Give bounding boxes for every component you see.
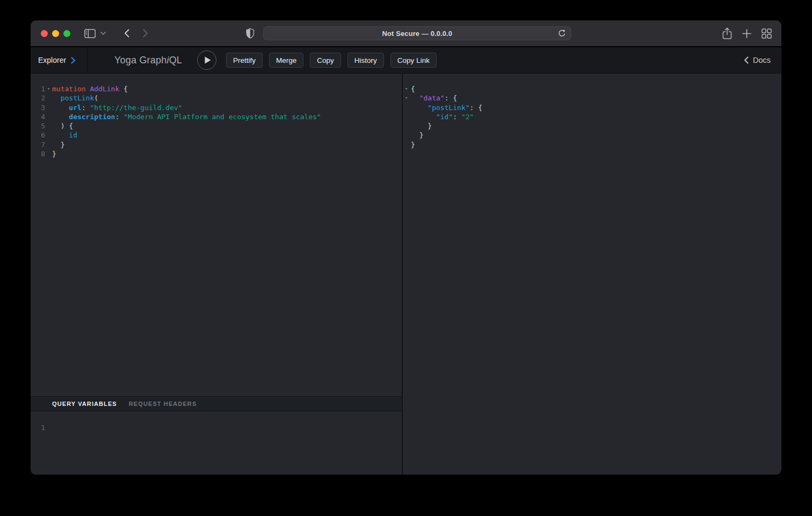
- graphiql-content: 1▾mutation AddLink {2 postLink(3 url: "h…: [31, 74, 781, 475]
- toolbar-button-merge[interactable]: Merge: [269, 53, 303, 68]
- token-punct: (: [94, 94, 98, 102]
- tab-request-headers[interactable]: REQUEST HEADERS: [129, 401, 197, 407]
- reload-button[interactable]: [558, 30, 566, 38]
- code-text: }: [411, 130, 423, 140]
- zoom-window-button[interactable]: [63, 30, 70, 37]
- address-bar[interactable]: Not Secure — 0.0.0.0: [263, 26, 571, 40]
- code-line: ▾ "data": {: [403, 93, 781, 103]
- token-def: "data": [419, 94, 445, 102]
- line-number: 8: [31, 149, 45, 158]
- fold-arrow-icon[interactable]: ▾: [403, 93, 411, 103]
- privacy-report-button[interactable]: [246, 28, 255, 39]
- line-number: 2: [31, 93, 45, 103]
- sidebar-icon: [84, 29, 96, 38]
- fold-arrow-icon[interactable]: ▾: [403, 84, 411, 93]
- toolbar-button-copy[interactable]: Copy: [310, 53, 341, 68]
- fold-gutter-spacer: [45, 149, 52, 158]
- new-tab-button[interactable]: [742, 29, 751, 38]
- sidebar-toggle-button[interactable]: [84, 29, 96, 38]
- token-attribute: url: [69, 104, 81, 112]
- code-line: 7 }: [31, 140, 402, 149]
- code-text: "postLink": {: [411, 103, 482, 112]
- token-punct: : {: [445, 94, 457, 102]
- code-line: "id": "2": [403, 112, 781, 121]
- code-text: }: [52, 149, 56, 158]
- tab-overview-button[interactable]: [762, 28, 772, 39]
- code-line: ▾{: [403, 84, 781, 93]
- titlebar-right-actions: [722, 20, 772, 46]
- fold-gutter-spacer: [403, 103, 411, 112]
- code-text: }: [411, 140, 415, 149]
- code-text: "data": {: [411, 93, 457, 103]
- explorer-toggle[interactable]: Explorer: [31, 47, 88, 73]
- fold-arrow-icon[interactable]: ▾: [45, 84, 52, 93]
- code-line: 1: [31, 423, 402, 432]
- code-line: 6 id: [31, 130, 402, 140]
- docs-toggle[interactable]: Docs: [744, 56, 771, 64]
- share-button[interactable]: [722, 27, 732, 39]
- plus-icon: [742, 29, 751, 38]
- code-line: 8}: [31, 149, 402, 158]
- toolbar-button-prettify[interactable]: Prettify: [226, 53, 263, 68]
- explorer-label: Explorer: [38, 56, 66, 64]
- fold-gutter-spacer: [45, 140, 52, 149]
- line-number: 7: [31, 140, 45, 149]
- query-editor[interactable]: 1▾mutation AddLink {2 postLink(3 url: "h…: [31, 74, 402, 396]
- token-punct: }: [52, 150, 56, 158]
- execute-query-button[interactable]: [197, 50, 216, 70]
- code-line: 1▾mutation AddLink {: [31, 84, 402, 93]
- fold-gutter-spacer: [45, 112, 52, 121]
- token-string: "http://the-guild.dev": [90, 104, 182, 112]
- code-text: id: [52, 130, 77, 140]
- chevron-right-icon: [143, 29, 148, 38]
- close-window-button[interactable]: [41, 30, 48, 37]
- safari-window: Not Secure — 0.0.0.0: [31, 20, 781, 475]
- minimize-window-button[interactable]: [52, 30, 59, 37]
- toolbar-button-history[interactable]: History: [347, 53, 384, 68]
- code-line: 4 description: "Modern API Platform and …: [31, 112, 402, 121]
- toolbar-button-row: PrettifyMergeCopyHistoryCopy Link: [226, 53, 437, 68]
- graphiql-toolbar: Explorer Yoga GraphiQL PrettifyMergeCopy…: [31, 47, 781, 74]
- line-number: 1: [31, 84, 45, 93]
- line-number: 5: [31, 121, 45, 130]
- chevron-left-icon: [744, 56, 749, 64]
- token-property: postLink: [61, 94, 95, 102]
- code-text: description: "Modern API Platform and ec…: [52, 112, 321, 121]
- token-attribute: description: [69, 113, 115, 121]
- response-viewer: ▾{▾ "data": { "postLink": { "id": "2" } …: [403, 74, 781, 475]
- play-icon: [205, 56, 211, 64]
- app-logo: Yoga GraphiQL: [114, 55, 182, 66]
- query-variables-editor[interactable]: 1: [31, 411, 402, 475]
- sidebar-menu-chevron[interactable]: [100, 32, 106, 35]
- toolbar-button-copy-link[interactable]: Copy Link: [390, 53, 437, 68]
- token-punct: }: [52, 141, 64, 149]
- back-button[interactable]: [124, 29, 129, 38]
- tab-query-variables[interactable]: QUERY VARIABLES: [52, 401, 117, 407]
- code-text: postLink(: [52, 93, 98, 103]
- token-plain: [411, 94, 419, 102]
- line-number: 4: [31, 112, 45, 121]
- forward-button[interactable]: [143, 29, 148, 38]
- address-bar-group: Not Secure — 0.0.0.0: [246, 20, 571, 46]
- secondary-editor-tabs: QUERY VARIABLESREQUEST HEADERS: [31, 396, 402, 411]
- token-punct: }: [411, 141, 415, 149]
- fold-gutter-spacer: [403, 112, 411, 121]
- fold-gutter-spacer: [45, 121, 52, 130]
- code-line: 3 url: "http://the-guild.dev": [31, 103, 402, 112]
- fold-gutter-spacer: [45, 423, 52, 432]
- code-line: }: [403, 121, 781, 130]
- docs-label: Docs: [753, 56, 771, 64]
- code-text: {: [411, 84, 415, 93]
- token-punct: : {: [470, 104, 482, 112]
- fold-gutter-spacer: [403, 130, 411, 140]
- code-line: "postLink": {: [403, 103, 781, 112]
- token-plain: [52, 94, 61, 102]
- logo-text: Yoga Graph: [114, 55, 166, 66]
- token-punct: }: [411, 131, 423, 139]
- shield-icon: [246, 28, 255, 39]
- token-plain: [52, 113, 69, 121]
- token-keyword: mutation: [52, 85, 86, 93]
- token-punct: }: [411, 122, 432, 130]
- fold-gutter-spacer: [45, 93, 52, 103]
- token-string: "2": [461, 113, 474, 121]
